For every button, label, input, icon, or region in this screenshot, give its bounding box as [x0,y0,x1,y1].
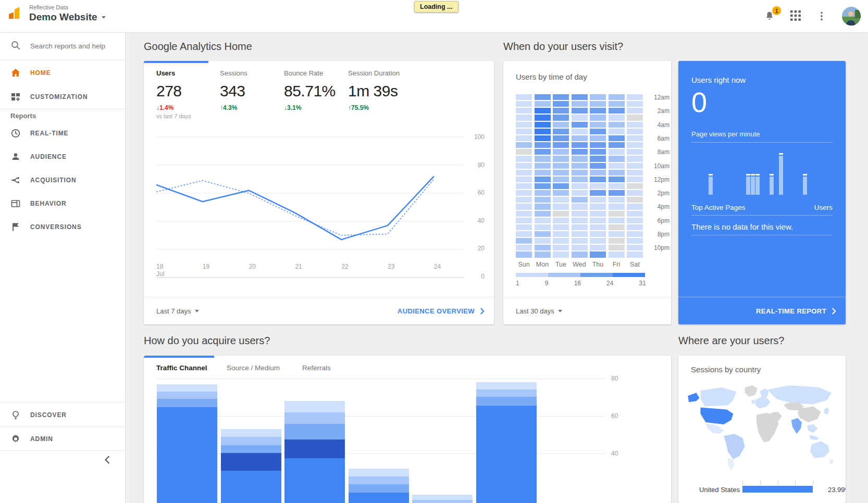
sidebar-item-audience[interactable]: AUDIENCE [0,145,125,169]
bar-segment [221,445,281,453]
sidebar-item-discover[interactable]: DISCOVER [0,403,125,427]
heatmap-cell [609,251,625,257]
sidebar-item-conversions[interactable]: CONVERSIONS [0,215,125,239]
selected-metric-indicator [144,61,208,63]
heatmap-cell [627,129,643,134]
apps-grid-button[interactable] [790,10,802,22]
heatmap-cell [627,238,643,244]
audience-overview-link[interactable]: AUDIENCE OVERVIEW [398,307,485,315]
y-axis-label: 60 [611,412,618,420]
top-bar: Reflective Data Demo Website Loading ...… [0,0,868,33]
heatmap-hour-label: 6pm [648,217,669,224]
heatmap-cell [590,251,606,257]
heatmap-cell [572,224,588,230]
heatmap-cell [535,94,551,100]
x-axis-label: 23 [388,263,394,270]
metric-tab-sessions[interactable]: Sessions 343 ↑4.3% [220,69,281,111]
card-footer: Last 30 days [503,297,671,324]
pvpm-bar-body [709,177,713,195]
heatmap-cell [609,108,625,114]
sidebar-item-admin[interactable]: ADMIN [0,427,125,451]
sidebar-item-realtime[interactable]: REAL-TIME [0,121,125,145]
heatmap-cell [590,245,606,250]
bar-segment [157,384,217,392]
metric-value: 85.71% [284,82,345,100]
heatmap-cell [553,204,569,209]
bar-segment [349,469,409,476]
heatmap-cell [516,251,532,257]
heatmap-cell [516,197,532,203]
heatmap-cell [535,218,551,223]
property-selector[interactable]: Reflective Data Demo Website [7,4,106,23]
heatmap-cell [627,231,643,237]
heatmap-cell [590,149,606,155]
heatmap-cell [590,101,606,107]
pvpm-label: Page views per minute [691,130,760,138]
metric-value: 278 [156,82,218,100]
traffic-stacked-bar-chart: 806040 [144,356,671,503]
avatar[interactable] [842,7,861,26]
heatmap-cell [535,149,551,155]
search-input[interactable]: Search reports and help [0,32,125,60]
pvpm-bar-cap [803,174,807,175]
sidebar-item-label: REAL-TIME [30,130,68,137]
legend-label: 16 [574,280,581,287]
sidebar-item-behavior[interactable]: BEHAVIOR [0,192,125,216]
analytics-logo-icon [7,4,23,23]
heatmap-cell [590,94,606,100]
pvpm-bar [709,174,713,195]
bar-segment [412,495,473,500]
heatmap-legend-labels: 19162431 [516,280,646,287]
heatmap-cell [609,231,625,237]
bar-segment [157,392,217,399]
metric-tab-users[interactable]: Users 278 ↓1.4% vs last 7 days [156,69,218,119]
y-axis-label: 20 [472,245,485,252]
sidebar-item-label: BEHAVIOR [30,200,67,207]
chevron-down-icon [102,16,106,19]
y-axis-label: 80 [611,375,618,382]
notifications-button[interactable]: 1 [764,10,776,22]
metric-tab-bounce-rate[interactable]: Bounce Rate 85.71% ↓3.1% [284,69,345,111]
heatmap-cell [627,218,643,223]
heatmap-cell [535,177,551,182]
metric-value: 1m 39s [348,82,410,100]
divider [0,109,125,109]
pvpm-bar-body [770,177,774,195]
heatmap-cell [609,101,625,107]
heatmap-cell [590,204,606,209]
metric-tab-session-duration[interactable]: Session Duration 1m 39s ↑75.5% [348,69,410,111]
geo-country-bar [742,486,813,493]
sidebar-item-home[interactable]: HOME [0,61,125,85]
section-title-visit: When do your users visit? [503,41,623,53]
chevron-down-icon [195,310,199,312]
heatmap-cell [590,108,606,114]
heatmap-cell [516,156,532,161]
scale-tick [742,481,743,485]
heatmap-day-label: Tue [553,261,569,268]
scale-tick [813,481,813,485]
heatmap-hour-label: 10pm [648,244,669,251]
heatmap-day-label: Thu [590,261,606,268]
customization-icon [10,92,21,102]
heatmap-cell [627,122,643,128]
heatmap-cell [516,183,532,189]
sidebar-item-acquisition[interactable]: ACQUISITION [0,168,125,192]
pvpm-bar-cap [751,174,755,175]
heatmap-cell [516,94,532,100]
heatmap-cell [627,156,643,161]
overflow-menu-button[interactable] [816,10,828,22]
heatmap-cell [516,122,532,128]
section-title-geo: Where are your users? [678,335,784,347]
realtime-report-link[interactable]: REAL-TIME REPORT [756,307,836,315]
heatmap-cell [553,218,569,223]
pvpm-bar [746,174,750,195]
heatmap-cell [535,170,551,175]
date-range-selector[interactable]: Last 7 days [156,307,199,315]
date-range-selector[interactable]: Last 30 days [516,307,562,315]
collapse-sidebar-button[interactable] [104,456,117,468]
x-axis-label: 22 [341,263,348,270]
heatmap-cell [609,218,625,223]
sidebar-item-customization[interactable]: CUSTOMIZATION [0,85,125,109]
heatmap-cell [553,251,569,257]
link-label: REAL-TIME REPORT [756,307,826,315]
